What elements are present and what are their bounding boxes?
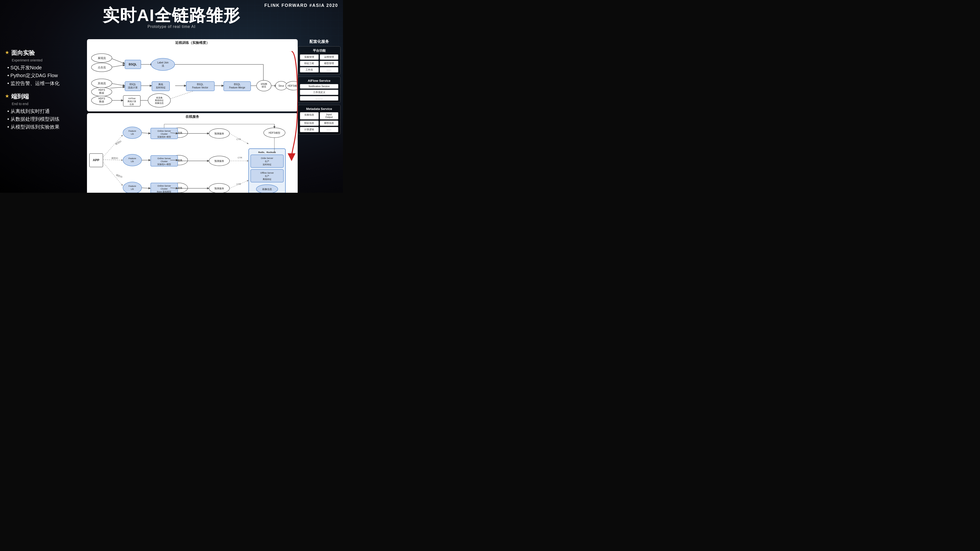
svg-text:预测服务: 预测服务 [215,132,224,135]
svg-text:Feature: Feature [128,157,136,160]
section1-label: 面向实验 [11,49,35,57]
svg-text:模型ID: 模型ID [115,140,122,145]
platform-box: 平台功能 实验管理 运维管理 特征工程 模型管理 工作流 …… [298,46,340,75]
svg-text:Feature: Feature [128,130,136,132]
platform-btn-shiyan[interactable]: 实验管理 [300,54,319,60]
right-panel-title: 配套化服务 [298,39,340,44]
top-diagram-svg: 展现流 点击流 BSQL Label Join 流 其他流 HDFS 数据 BS… [87,45,298,111]
metadata-grid: 实验信息 InputOutput 特征信息 模型信息 计算逻辑 …… [300,112,338,132]
star-icon-1: ★ [5,49,9,56]
svg-line-111 [103,162,123,186]
bullet-model: • 从模型训练到实验效果 [7,124,88,130]
svg-line-114 [142,188,150,188]
svg-text:预测服务: 预测服务 [215,187,224,190]
aiflow-grid: Notification Service 工作流定义 ……… [300,84,338,101]
svg-text:画像信息: 画像信息 [262,188,272,191]
svg-line-110 [103,160,123,160]
svg-text:HDFS: HDFS [98,89,105,91]
svg-point-68 [123,182,142,193]
svg-text:BSQL: BSQL [234,83,240,86]
svg-text:Onlie Server: Onlie Server [261,157,273,159]
svg-text:离线特征: 离线特征 [155,99,164,102]
top-diagram-title: 近线训练（实验维度） [87,39,298,46]
svg-text:离线特征: 离线特征 [262,178,272,181]
metadata-shiyan-btn[interactable]: 实验信息 [300,112,319,119]
svg-text:离线: 离线 [158,83,163,86]
aiflow-more-btn[interactable]: ……… [300,96,338,101]
svg-text:生产: 生产 [265,160,269,163]
svg-text:BSQL: BSQL [197,83,204,86]
svg-text:Online Server: Online Server [157,130,171,132]
svg-text:流: 流 [162,64,164,67]
svg-text:数据: 数据 [99,92,104,94]
svg-text:点击流: 点击流 [98,66,106,69]
section1-sub: Experiment oriented [12,58,88,62]
svg-text:画像信息: 画像信息 [155,102,164,104]
svg-text:生产: 生产 [265,175,269,177]
metadata-tezheng-btn[interactable]: 特征信息 [300,121,319,126]
svg-text:Online Server: Online Server [157,157,171,160]
svg-text:候选集: 候选集 [156,97,163,99]
svg-text:实验组A–模型: 实验组A–模型 [157,163,171,165]
section2-sub: End to end [12,102,88,106]
metadata-jisuanluoji-btn[interactable]: 计算逻辑 [300,127,319,132]
svg-text:Feature Vector: Feature Vector [192,86,208,89]
svg-text:据流: 据流 [262,86,266,88]
svg-text:流批计算: 流批计算 [128,86,138,89]
main-title-block: 实时AI全链路雏形 Prototype of real time AI [103,7,240,29]
svg-text:Cluster: Cluster [161,187,168,190]
svg-text:Sirus: Sirus [278,84,284,87]
svg-text:Label Join: Label Join [157,61,169,64]
svg-text:AirFlow: AirFlow [128,97,136,100]
platform-title: 平台功能 [300,49,338,53]
platform-btn-tezheng[interactable]: 特征工程 [300,61,319,66]
svg-text:HDFS模型: HDFS模型 [269,132,280,134]
svg-text:Feature Merge: Feature Merge [229,86,245,89]
section1-header: ★ 面向实验 [5,49,88,57]
right-panel: 配套化服务 平台功能 实验管理 运维管理 特征工程 模型管理 工作流 …… AI… [298,39,340,137]
platform-btn-moxing[interactable]: 模型管理 [320,61,339,66]
svg-text:CTR: CTR [238,157,242,159]
svg-text:Online Server: Online Server [157,185,171,187]
svg-text:任务: 任务 [129,103,134,106]
svg-line-109 [103,135,123,157]
svg-text:数据: 数据 [99,100,104,103]
bullet-offline: • 从离线到实时打通 [7,108,88,114]
platform-btn-more[interactable]: …… [320,67,339,73]
section2-header: ★ 端到端 [5,92,88,100]
svg-text:Base 基线模型: Base 基线模型 [157,191,171,193]
metadata-input-btn[interactable]: InputOutput [320,112,339,119]
metadata-title: Metadata Service [300,107,338,111]
svg-text:Cluster: Cluster [161,133,168,135]
notification-service-btn[interactable]: Notification Service [300,84,338,89]
header-logo: FLINK FORWARD #ASIA 2020 [264,3,338,8]
red-arrow-svg [285,49,298,164]
metadata-box: Metadata Service 实验信息 InputOutput 特征信息 模… [298,105,340,135]
svg-text:Lib: Lib [131,188,134,190]
platform-btn-yunwei[interactable]: 运维管理 [320,54,339,60]
svg-text:展现流: 展现流 [98,57,106,59]
svg-text:实验组B–模型: 实验组B–模型 [157,136,171,138]
svg-text:训练数: 训练数 [261,83,267,85]
left-panel: ★ 面向实验 Experiment oriented • SQL开发Node •… [5,49,88,131]
metadata-moxing-btn[interactable]: 模型信息 [320,121,339,126]
svg-text:其他流: 其他流 [98,82,106,85]
svg-text:CTR: CTR [236,183,241,186]
svg-text:Lib: Lib [131,133,134,135]
svg-text:实时特征: 实时特征 [156,86,165,89]
metadata-more-btn[interactable]: …… [320,127,339,132]
bullet-python: • Python定义DAG Flow [7,72,88,79]
svg-text:Cluster: Cluster [161,160,168,163]
svg-text:BSQL: BSQL [130,83,136,86]
star-icon-2: ★ [5,93,9,99]
platform-btn-gongzuoliu[interactable]: 工作流 [300,67,319,73]
bottom-diagram-title: 在线服务 [87,113,298,120]
top-diagram-box: 近线训练（实验维度） [87,39,298,111]
bullet-monitor: • 监控告警、运维一体化 [7,80,88,87]
gongzuoliu-dingyi-btn[interactable]: 工作流定义 [300,90,338,95]
svg-text:Feature: Feature [128,185,136,187]
svg-text:Lib: Lib [131,160,134,163]
platform-grid: 实验管理 运维管理 特征工程 模型管理 工作流 …… [300,54,338,73]
aiflow-box: AIFlow Service Notification Service 工作流定… [298,77,340,103]
svg-text:Offline Server: Offline Server [261,171,274,174]
